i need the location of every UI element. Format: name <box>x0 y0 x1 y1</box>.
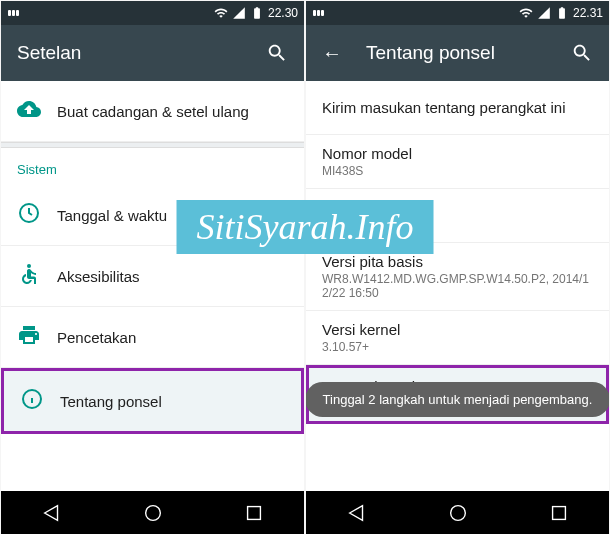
row-label: Pencetakan <box>57 329 288 346</box>
row-label: Buat cadangan & setel ulang <box>57 103 288 120</box>
watermark: SitiSyarah.Info <box>177 200 434 254</box>
status-time: 22.31 <box>573 6 603 20</box>
print-icon <box>17 323 57 351</box>
nav-bar <box>306 491 609 534</box>
feedback-label: Kirim masukan tentang perangkat ini <box>322 99 565 116</box>
row-kernel-version[interactable]: Versi kernel 3.10.57+ <box>306 311 609 365</box>
home-nav-icon[interactable] <box>447 502 469 524</box>
label: Versi kernel <box>322 321 593 338</box>
wifi-icon <box>519 6 533 20</box>
settings-screen: 22.30 Setelan Buat cadangan & setel ulan… <box>1 1 304 534</box>
row-label: Aksesibilitas <box>57 268 288 285</box>
signal-icon <box>537 6 551 20</box>
svg-rect-11 <box>317 10 320 16</box>
svg-rect-14 <box>552 507 565 520</box>
recent-nav-icon[interactable] <box>243 502 265 524</box>
svg-rect-12 <box>321 10 324 16</box>
status-bar: 22.30 <box>1 1 304 25</box>
page-title: Setelan <box>17 42 81 64</box>
search-icon[interactable] <box>571 42 593 64</box>
bbm-icon <box>312 6 332 20</box>
home-nav-icon[interactable] <box>142 502 164 524</box>
row-send-feedback[interactable]: Kirim masukan tentang perangkat ini <box>306 81 609 135</box>
about-phone-screen: 22.31 ← Tentang ponsel Kirim masukan ten… <box>306 1 609 534</box>
about-list: Kirim masukan tentang perangkat ini Nomo… <box>306 81 609 491</box>
search-icon[interactable] <box>266 42 288 64</box>
section-label-system: Sistem <box>1 148 304 185</box>
row-backup-reset[interactable]: Buat cadangan & setel ulang <box>1 81 304 142</box>
value: 3.10.57+ <box>322 340 593 354</box>
row-label: Tentang ponsel <box>60 393 285 410</box>
label: Nomor model <box>322 145 593 162</box>
svg-rect-2 <box>16 10 19 16</box>
clock-icon <box>17 201 57 229</box>
value: WR8.W1412.MD.WG.GMP.SP.W14.50.P2, 2014/1… <box>322 272 593 300</box>
back-nav-icon[interactable] <box>346 502 368 524</box>
recent-nav-icon[interactable] <box>548 502 570 524</box>
battery-icon <box>555 6 569 20</box>
cloud-upload-icon <box>17 97 57 125</box>
svg-rect-10 <box>313 10 316 16</box>
row-about-phone[interactable]: Tentang ponsel <box>1 368 304 434</box>
app-bar: ← Tentang ponsel <box>306 25 609 81</box>
accessibility-icon <box>17 262 57 290</box>
page-title: Tentang ponsel <box>366 42 495 64</box>
signal-icon <box>232 6 246 20</box>
nav-bar <box>1 491 304 534</box>
svg-point-13 <box>450 506 465 521</box>
svg-rect-1 <box>12 10 15 16</box>
label: Versi pita basis <box>322 253 593 270</box>
back-icon[interactable]: ← <box>322 42 342 65</box>
svg-point-4 <box>27 264 31 268</box>
status-time: 22.30 <box>268 6 298 20</box>
svg-rect-0 <box>8 10 11 16</box>
wifi-icon <box>214 6 228 20</box>
app-bar: Setelan <box>1 25 304 81</box>
back-nav-icon[interactable] <box>41 502 63 524</box>
bbm-icon <box>7 6 27 20</box>
row-model-number[interactable]: Nomor model MI438S <box>306 135 609 189</box>
battery-icon <box>250 6 264 20</box>
row-printing[interactable]: Pencetakan <box>1 307 304 368</box>
svg-rect-9 <box>247 507 260 520</box>
settings-list: Buat cadangan & setel ulang Sistem Tangg… <box>1 81 304 491</box>
info-icon <box>20 387 60 415</box>
svg-point-8 <box>145 506 160 521</box>
row-accessibility[interactable]: Aksesibilitas <box>1 246 304 307</box>
value: MI438S <box>322 164 593 178</box>
developer-toast: Tinggal 2 langkah untuk menjadi pengemba… <box>306 382 609 417</box>
status-bar: 22.31 <box>306 1 609 25</box>
